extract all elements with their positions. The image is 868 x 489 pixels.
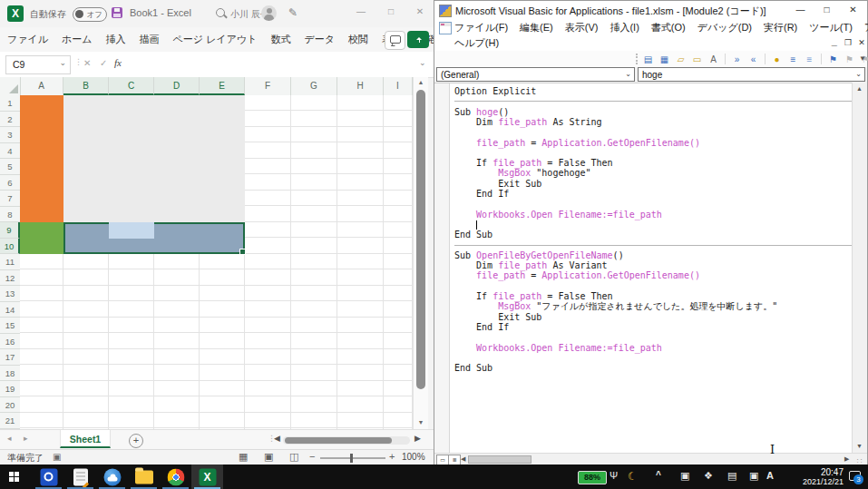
object-combo[interactable]: (General) ⌄ [436,67,635,82]
zoom-slider-thumb[interactable] [350,454,353,463]
toggle-breakpoint-icon[interactable]: ● [770,53,784,66]
vba-menu-ファイル(F)[interactable]: ファイル(F) [454,21,508,34]
mdi-close-button[interactable]: ✕ [855,36,868,49]
list-properties-icon[interactable]: ▤ [641,53,655,66]
row-header-3[interactable]: 3 [0,127,20,143]
taskbar-app-cloud[interactable] [96,465,128,489]
column-header-A[interactable]: A [20,77,63,95]
row-header-4[interactable]: 4 [0,143,20,160]
list-constants-icon[interactable]: ▦ [658,53,671,66]
zoom-in-button[interactable]: + [389,451,395,462]
name-box[interactable]: C9 ⌄ [5,55,71,74]
add-sheet-button[interactable]: + [129,434,143,448]
vba-menu-表示(V)[interactable]: 表示(V) [565,21,599,34]
row-header-16[interactable]: 16 [0,334,20,350]
scroll-down-icon[interactable]: ▼ [414,417,428,428]
outdent-icon[interactable]: « [746,53,760,66]
hscroll-right-icon[interactable]: ▶ [844,455,849,463]
column-header-D[interactable]: D [154,77,200,95]
row-header-10[interactable]: 10 [0,239,20,255]
taskbar-app-chrome[interactable] [160,465,191,489]
chevron-down-icon[interactable]: ⌄ [625,70,631,78]
row-header-12[interactable]: 12 [0,270,20,287]
scroll-down-icon[interactable]: ▼ [853,440,866,452]
row-header-13[interactable]: 13 [0,286,20,302]
enter-check-icon[interactable]: ✓ [100,58,107,68]
fill-handle[interactable] [239,249,246,255]
complete-word-icon[interactable]: A [707,53,720,66]
column-header-C[interactable]: C [109,77,154,95]
ribbon-tab-ページ レイアウト[interactable]: ページ レイアウト [173,33,258,46]
vba-menu-ツール(T)[interactable]: ツール(T) [809,21,853,34]
row-header-8[interactable]: 8 [0,207,20,223]
search-icon[interactable] [216,8,227,19]
sheet-hscroll-thumb[interactable] [285,437,392,444]
procedure-combo[interactable]: hoge ⌄ [638,67,865,82]
vba-vertical-scrollbar[interactable]: ▲ ▼ [852,83,867,453]
usb-icon[interactable]: Ψ [610,470,618,481]
column-header-G[interactable]: G [291,77,337,95]
row-header-20[interactable]: 20 [0,397,20,414]
ribbon-tab-ホーム[interactable]: ホーム [62,33,93,46]
vba-horizontal-scrollbar[interactable]: ▭ ≣ ◀ ▶ ⸬ [434,453,867,465]
excel-maximize-button[interactable]: □ [379,2,403,22]
cancel-icon[interactable]: ✕ [83,58,91,68]
tray-chevron-up-icon[interactable]: ^ [656,470,661,480]
chevron-down-icon[interactable]: ⌄ [855,70,862,78]
mdi-restore-button[interactable]: ❐ [842,36,854,49]
vba-maximize-button[interactable]: □ [814,1,839,18]
parameter-info-icon[interactable]: ▭ [690,53,704,66]
row-header-19[interactable]: 19 [0,381,20,397]
next-bookmark-icon[interactable]: ⚑ [843,53,856,66]
taskbar-app-screen-recorder[interactable] [33,465,64,489]
ribbon-tab-挿入[interactable]: 挿入 [106,33,126,46]
sheet-prev-icon[interactable]: ◂ [7,434,12,443]
share-button[interactable] [407,31,429,48]
uncomment-block-icon[interactable]: ≡ [803,53,816,66]
toolbar-grip[interactable] [636,54,640,64]
vba-hscroll-thumb[interactable] [468,455,532,464]
hscroll-right-icon[interactable]: ▶ [414,434,421,443]
avatar[interactable] [261,5,277,21]
screenshot-tool-icon[interactable]: ▣ [749,470,758,482]
ribbon-tab-データ[interactable]: データ [304,33,335,46]
ribbon-tab-描画[interactable]: 描画 [140,33,160,46]
sheet-hscroll-track[interactable] [283,436,410,445]
ribbon-tab-ファイル[interactable]: ファイル [7,33,48,46]
vba-close-button[interactable]: ✕ [841,1,865,18]
vba-menu-挿入(I)[interactable]: 挿入(I) [610,21,639,34]
page-break-view-icon[interactable]: ◫ [289,451,298,463]
row-header-18[interactable]: 18 [0,366,20,382]
vba-menu-実行(R)[interactable]: 実行(R) [764,21,797,34]
row-header-15[interactable]: 15 [0,318,20,334]
mdi-minimize-button[interactable]: ＿ [828,36,841,49]
taskbar-app-excel[interactable]: X [191,465,223,489]
formula-expand-icon[interactable]: ⌄ [419,58,426,67]
vba-menu-書式(O)[interactable]: 書式(O) [651,21,686,34]
sheet-tab-sheet1[interactable]: Sheet1 [60,430,111,448]
pen-icon[interactable]: ✎ [288,6,297,19]
row-header-9[interactable]: 9 [0,222,20,239]
column-header-B[interactable]: B [63,77,109,95]
zoom-out-button[interactable]: − [309,451,315,462]
select-all-corner[interactable] [0,77,21,95]
excel-minimize-button[interactable]: — [349,2,373,22]
row-header-7[interactable]: 7 [0,191,20,207]
taskbar-app-file-explorer[interactable] [128,465,160,489]
active-cell-C9[interactable] [109,222,154,239]
insert-function-icon[interactable]: fx [114,57,122,68]
ime-mode-indicator[interactable]: A [766,470,774,481]
row-header-1[interactable]: 1 [0,95,20,112]
start-button[interactable] [9,472,19,482]
vba-menu-アドイン(A)[interactable]: アドイン(A) [864,21,868,34]
vba-minimize-button[interactable]: — [788,1,813,18]
vba-menu-デバッグ(D)[interactable]: デバッグ(D) [697,21,752,34]
row-header-6[interactable]: 6 [0,175,20,191]
taskbar-clock[interactable]: 20:47 2021/12/21 [787,467,844,486]
comments-button[interactable] [385,31,405,50]
formula-input[interactable] [131,55,419,73]
comment-block-icon[interactable]: ≡ [786,53,800,66]
excel-close-button[interactable]: ✕ [408,2,432,22]
scroll-up-icon[interactable]: ▲ [853,83,866,94]
row-header-14[interactable]: 14 [0,302,20,318]
